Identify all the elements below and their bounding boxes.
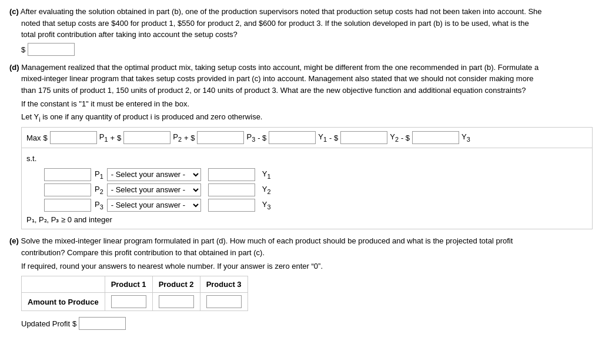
y3-constraint-label: Y3 [262, 199, 271, 212]
part-c-answer-input[interactable] [28, 43, 75, 56]
y3-label: Y3 [461, 131, 470, 144]
part-e-text2: contribution? Compare this profit contri… [21, 248, 265, 257]
part-e-text1: Solve the mixed-integer linear program f… [21, 236, 513, 245]
product1-header: Product 1 [105, 276, 152, 293]
constraint-rhs-p2[interactable] [208, 183, 255, 196]
part-d-note2: Let Yi is one if any quantity of product… [21, 112, 262, 121]
updated-profit-input[interactable] [79, 317, 126, 330]
part-c-text3: total profit contribution after taking i… [21, 30, 238, 39]
constraint-select-p1[interactable]: - Select your answer - ≤ ≥ = [107, 168, 201, 181]
p2-sub-label: P2 [95, 183, 103, 196]
product2-header: Product 2 [152, 276, 200, 293]
plus2: + $ [184, 132, 195, 144]
st-label: s.t. [26, 154, 36, 163]
max-dollar1: $ [44, 132, 48, 144]
constraint-select-p2[interactable]: - Select your answer - ≤ ≥ = [107, 183, 201, 196]
amount-p3-input[interactable] [206, 295, 242, 308]
lp-formulation: Max $ P1 + $ P2 + $ P3 - $ Y1 - $ Y2 - $… [21, 127, 593, 229]
p3-label: P3 [246, 131, 255, 144]
part-d-section: (d) Management realized that the optimal… [9, 62, 593, 230]
non-negativity: P₁, P₂, P₃ ≥ 0 and integer [26, 214, 587, 226]
constraints-box: s.t. P1 - Select your answer - ≤ ≥ = Y1 [21, 148, 593, 229]
amount-label: Amount to Produce [22, 293, 105, 311]
constraint-rhs-p1[interactable] [208, 168, 255, 181]
y2-label: Y2 [390, 131, 399, 144]
amount-p3-cell [200, 293, 248, 311]
amount-p1-cell [105, 293, 152, 311]
y1-label: Y1 [318, 131, 327, 144]
max-dollar2: $ [117, 132, 121, 144]
part-d-text2: mixed-integer linear program that takes … [21, 74, 533, 83]
part-c-label: (c) [9, 7, 19, 16]
part-d-label: (d) [9, 63, 19, 72]
part-c-section: (c) After evaluating the solution obtain… [9, 6, 593, 56]
p2-label: P2 [173, 131, 182, 144]
p1-sub-label: P1 [95, 168, 103, 181]
part-e-label: (e) [9, 236, 19, 245]
product-table-wrapper: Product 1 Product 2 Product 3 Amount to … [21, 276, 593, 312]
amount-to-produce-row: Amount to Produce [22, 293, 248, 311]
part-d-text1: Management realized that the optimal pro… [21, 63, 539, 72]
constraint-row-p3: P3 - Select your answer - ≤ ≥ = Y3 [44, 199, 587, 212]
empty-header [22, 276, 105, 293]
max-coeff-y1[interactable] [269, 131, 316, 144]
max-coeff-y3[interactable] [412, 131, 459, 144]
part-d-note1: If the constant is "1" it must be entere… [21, 99, 189, 108]
product3-header: Product 3 [200, 276, 248, 293]
part-e-note: If required, round your answers to neare… [21, 262, 323, 271]
constraint-rhs-p3[interactable] [208, 199, 255, 212]
p3-sub-label: P3 [95, 199, 103, 212]
constraint-coeff-p2[interactable] [44, 183, 91, 196]
minus1: - $ [257, 132, 266, 144]
part-c-dollar: $ [21, 45, 25, 54]
y1-constraint-label: Y1 [262, 168, 271, 181]
amount-p2-input[interactable] [159, 295, 194, 308]
product-table: Product 1 Product 2 Product 3 Amount to … [21, 276, 248, 312]
minus2: - $ [329, 132, 338, 144]
part-d-text3: than 175 units of product 1, 150 units o… [21, 86, 526, 95]
constraint-row-p2: P2 - Select your answer - ≤ ≥ = Y2 [44, 183, 587, 196]
max-coeff-p2[interactable] [123, 131, 170, 144]
max-label: Max [26, 132, 41, 144]
max-coeff-p1[interactable] [50, 131, 97, 144]
part-c-input-row: $ [21, 43, 593, 56]
amount-p2-cell [152, 293, 200, 311]
constraint-coeff-p1[interactable] [44, 168, 91, 181]
max-row: Max $ P1 + $ P2 + $ P3 - $ Y1 - $ Y2 - $… [21, 127, 593, 148]
part-e-section: (e) Solve the mixed-integer linear progr… [9, 235, 593, 330]
updated-profit-row: Updated Profit $ [21, 317, 593, 330]
amount-p1-input[interactable] [111, 295, 146, 308]
p1-label: P1 [99, 131, 108, 144]
constraint-row-p1: P1 - Select your answer - ≤ ≥ = Y1 [44, 168, 587, 181]
updated-profit-label: Updated Profit [21, 318, 70, 330]
minus3: - $ [401, 132, 410, 144]
y2-constraint-label: Y2 [262, 183, 271, 196]
constraint-select-p3[interactable]: - Select your answer - ≤ ≥ = [107, 199, 201, 212]
max-coeff-y2[interactable] [340, 131, 387, 144]
part-c-text1: After evaluating the solution obtained i… [21, 7, 542, 16]
max-coeff-p3[interactable] [197, 131, 244, 144]
plus1: + [111, 132, 115, 144]
updated-profit-dollar: $ [72, 318, 76, 330]
constraint-coeff-p3[interactable] [44, 199, 91, 212]
part-c-text2: noted that setup costs are $400 for prod… [21, 19, 529, 28]
